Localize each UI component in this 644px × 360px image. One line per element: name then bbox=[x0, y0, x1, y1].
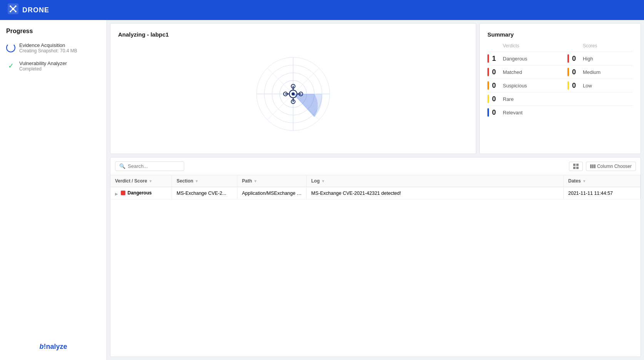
dangerous-count: 1 bbox=[492, 55, 500, 63]
summary-row-4: 0 Rare bbox=[487, 92, 633, 105]
th-path-label: Path bbox=[242, 178, 252, 184]
th-verdict-label: Verdict / Score bbox=[115, 178, 147, 184]
results-table-panel: 🔍 bbox=[110, 157, 641, 357]
rare-indicator bbox=[487, 95, 489, 103]
svg-rect-24 bbox=[573, 164, 576, 166]
search-box[interactable]: 🔍 bbox=[115, 161, 184, 171]
table-toolbar: 🔍 bbox=[110, 157, 641, 175]
verdict-dangerous: 1 Dangerous bbox=[487, 54, 567, 63]
drone-logo bbox=[8, 3, 18, 17]
medium-label: Medium bbox=[583, 69, 601, 75]
suspicious-indicator bbox=[487, 81, 489, 90]
progress-item-evidence: Evidence Acquisition Creating Snapshot: … bbox=[6, 42, 100, 54]
th-section-label: Section bbox=[177, 178, 193, 184]
expand-arrow[interactable]: ▶ bbox=[115, 192, 118, 196]
matched-label: Matched bbox=[503, 69, 522, 75]
table-body: ▶ Dangerous MS-Exchange CVE-2... Applica… bbox=[110, 187, 641, 357]
toolbar-right: Column Chooser bbox=[569, 162, 636, 171]
row-verdict-label: Dangerous bbox=[127, 190, 152, 196]
summary-panel: Summary Verdicts Scores 1 Dangerous bbox=[479, 23, 641, 154]
th-path: Path ▼ bbox=[237, 175, 307, 187]
progress-item-vulnerability: ✓ Vulnerability Analyzer Completed bbox=[6, 60, 100, 72]
row-dates: 2021-11-11 11:44:57 bbox=[568, 191, 613, 196]
svg-rect-27 bbox=[576, 167, 579, 169]
radar-container bbox=[118, 42, 468, 146]
summary-row-2: 0 Matched 0 Medium bbox=[487, 65, 633, 79]
table-header: Verdict / Score ▼ Section ▼ Path ▼ Log ▼… bbox=[110, 175, 641, 187]
search-input[interactable] bbox=[128, 163, 180, 169]
top-row: Analyzing - labpc1 bbox=[110, 23, 641, 154]
verdict-filter-icon[interactable]: ▼ bbox=[148, 179, 152, 183]
td-section: MS-Exchange CVE-2... bbox=[172, 188, 237, 199]
dangerous-indicator bbox=[487, 54, 489, 63]
svg-point-1 bbox=[12, 8, 14, 10]
path-filter-icon[interactable]: ▼ bbox=[254, 179, 257, 183]
medium-indicator bbox=[567, 68, 569, 76]
svg-rect-28 bbox=[590, 164, 592, 168]
svg-point-5 bbox=[15, 11, 17, 12]
suspicious-label: Suspicious bbox=[503, 83, 527, 89]
th-dates: Dates ▼ bbox=[564, 175, 641, 187]
verdict-dot-dangerous bbox=[121, 191, 125, 195]
rare-count: 0 bbox=[492, 95, 500, 103]
dangerous-label: Dangerous bbox=[503, 56, 527, 62]
svg-rect-26 bbox=[573, 167, 576, 169]
app-title: DRONE bbox=[22, 6, 49, 14]
svg-point-15 bbox=[292, 92, 295, 95]
analyzing-panel: Analyzing - labpc1 bbox=[110, 23, 476, 154]
high-label: High bbox=[583, 56, 593, 62]
svg-rect-25 bbox=[576, 164, 579, 166]
td-log: MS-Exchange CVE-2021-42321 detected! bbox=[307, 188, 564, 199]
main-layout: Progress Evidence Acquisition Creating S… bbox=[0, 20, 644, 360]
th-log-label: Log bbox=[311, 178, 320, 184]
sidebar: Progress Evidence Acquisition Creating S… bbox=[0, 20, 107, 360]
search-icon: 🔍 bbox=[119, 163, 125, 169]
summary-row-5: 0 Relevant bbox=[487, 105, 633, 119]
evidence-label: Evidence Acquisition bbox=[19, 42, 77, 48]
svg-rect-29 bbox=[592, 164, 594, 168]
matched-indicator bbox=[487, 68, 489, 76]
vulnerability-sublabel: Completed bbox=[19, 66, 67, 72]
th-section: Section ▼ bbox=[172, 175, 237, 187]
progress-spinning-icon bbox=[6, 43, 15, 52]
svg-point-3 bbox=[15, 5, 17, 7]
table-row[interactable]: ▶ Dangerous MS-Exchange CVE-2... Applica… bbox=[110, 187, 641, 200]
log-filter-icon[interactable]: ▼ bbox=[321, 179, 325, 183]
high-indicator bbox=[567, 54, 569, 63]
columns-icon bbox=[590, 164, 596, 169]
progress-text-evidence: Evidence Acquisition Creating Snapshot: … bbox=[19, 42, 77, 54]
low-count: 0 bbox=[572, 82, 580, 90]
th-verdict: Verdict / Score ▼ bbox=[110, 175, 172, 187]
column-chooser-button[interactable]: Column Chooser bbox=[586, 162, 636, 171]
high-count: 0 bbox=[572, 55, 580, 63]
verdicts-col-header: Verdicts bbox=[503, 43, 519, 49]
th-dates-label: Dates bbox=[568, 178, 581, 184]
analyzing-title: Analyzing - labpc1 bbox=[118, 31, 468, 38]
section-filter-icon[interactable]: ▼ bbox=[195, 179, 199, 183]
svg-point-2 bbox=[10, 5, 11, 7]
suspicious-count: 0 bbox=[492, 82, 500, 90]
verdict-suspicious: 0 Suspicious bbox=[487, 81, 567, 90]
th-log: Log ▼ bbox=[307, 175, 564, 187]
grid-view-button[interactable] bbox=[569, 162, 583, 171]
summary-headers: Verdicts Scores bbox=[487, 43, 633, 49]
brand-b: b bbox=[39, 343, 43, 350]
row-path: Application/MSExchange Commo... bbox=[242, 191, 307, 196]
column-chooser-label: Column Chooser bbox=[597, 164, 632, 169]
svg-rect-30 bbox=[594, 164, 596, 168]
evidence-sublabel: Creating Snapshot: 70.4 MB bbox=[19, 48, 77, 54]
row-log: MS-Exchange CVE-2021-42321 detected! bbox=[311, 191, 401, 196]
score-high: 0 High bbox=[567, 54, 633, 63]
verdict-rare: 0 Rare bbox=[487, 95, 567, 103]
radar-visualization bbox=[247, 52, 339, 136]
medium-count: 0 bbox=[572, 68, 580, 76]
score-medium: 0 Medium bbox=[567, 68, 633, 76]
grid-icon bbox=[573, 164, 579, 169]
summary-title: Summary bbox=[487, 31, 633, 38]
low-label: Low bbox=[583, 83, 592, 89]
dates-filter-icon[interactable]: ▼ bbox=[582, 179, 586, 183]
matched-count: 0 bbox=[492, 68, 500, 76]
relevant-count: 0 bbox=[492, 109, 500, 117]
verdict-badge-dangerous: Dangerous bbox=[121, 190, 152, 196]
sidebar-title: Progress bbox=[6, 28, 100, 35]
